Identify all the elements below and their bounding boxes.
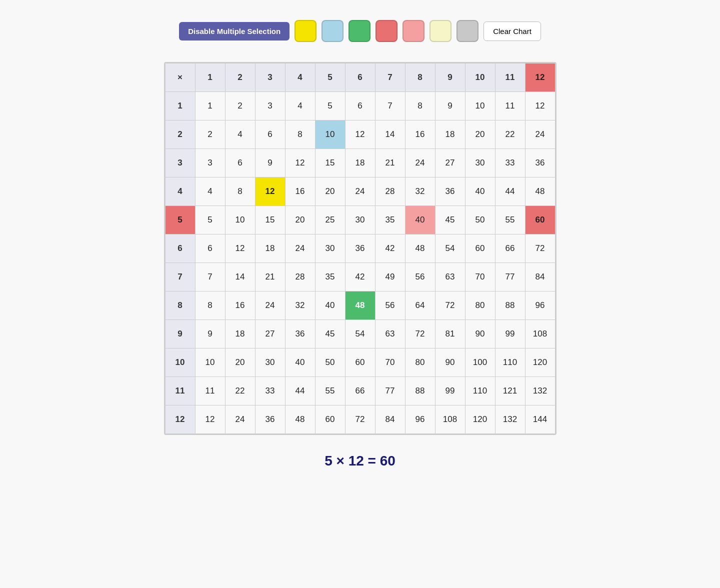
cell-10-10[interactable]: 100 xyxy=(465,348,495,377)
cell-8-3[interactable]: 24 xyxy=(255,292,285,320)
swatch-gray[interactable] xyxy=(456,20,478,42)
cell-9-2[interactable]: 18 xyxy=(225,320,255,348)
swatch-yellow[interactable] xyxy=(294,20,316,42)
cell-10-2[interactable]: 20 xyxy=(225,348,255,377)
cell-3-7[interactable]: 21 xyxy=(375,149,405,178)
cell-3-10[interactable]: 30 xyxy=(465,149,495,178)
cell-7-4[interactable]: 28 xyxy=(285,263,315,292)
header-cell-5[interactable]: 5 xyxy=(315,64,345,92)
disable-multiple-selection-button[interactable]: Disable Multiple Selection xyxy=(179,22,290,40)
cell-9-6[interactable]: 54 xyxy=(345,320,375,348)
cell-9-7[interactable]: 63 xyxy=(375,320,405,348)
cell-6-10[interactable]: 60 xyxy=(465,234,495,263)
cell-4-9[interactable]: 36 xyxy=(435,178,465,206)
cell-2-7[interactable]: 14 xyxy=(375,120,405,149)
cell-5-5[interactable]: 25 xyxy=(315,206,345,234)
cell-9-4[interactable]: 36 xyxy=(285,320,315,348)
row-header-7[interactable]: 7 xyxy=(165,263,195,292)
header-cell-7[interactable]: 7 xyxy=(375,64,405,92)
cell-3-11[interactable]: 33 xyxy=(495,149,525,178)
cell-7-5[interactable]: 35 xyxy=(315,263,345,292)
cell-9-11[interactable]: 99 xyxy=(495,320,525,348)
cell-2-11[interactable]: 22 xyxy=(495,120,525,149)
cell-11-11[interactable]: 121 xyxy=(495,377,525,406)
cell-2-3[interactable]: 6 xyxy=(255,120,285,149)
cell-1-3[interactable]: 3 xyxy=(255,92,285,120)
cell-6-6[interactable]: 36 xyxy=(345,234,375,263)
cell-1-11[interactable]: 11 xyxy=(495,92,525,120)
row-header-4[interactable]: 4 xyxy=(165,178,195,206)
header-cell-3[interactable]: 3 xyxy=(255,64,285,92)
header-cell-1[interactable]: 1 xyxy=(195,64,225,92)
cell-10-8[interactable]: 80 xyxy=(405,348,435,377)
cell-2-4[interactable]: 8 xyxy=(285,120,315,149)
row-header-3[interactable]: 3 xyxy=(165,149,195,178)
cell-8-11[interactable]: 88 xyxy=(495,292,525,320)
cell-3-1[interactable]: 3 xyxy=(195,149,225,178)
cell-12-8[interactable]: 96 xyxy=(405,406,435,434)
cell-7-10[interactable]: 70 xyxy=(465,263,495,292)
cell-1-6[interactable]: 6 xyxy=(345,92,375,120)
cell-11-4[interactable]: 44 xyxy=(285,377,315,406)
cell-12-5[interactable]: 60 xyxy=(315,406,345,434)
cell-12-6[interactable]: 72 xyxy=(345,406,375,434)
clear-chart-button[interactable]: Clear Chart xyxy=(484,22,541,41)
cell-5-12[interactable]: 60 xyxy=(525,206,555,234)
swatch-light-yellow[interactable] xyxy=(430,20,452,42)
cell-7-12[interactable]: 84 xyxy=(525,263,555,292)
cell-4-7[interactable]: 28 xyxy=(375,178,405,206)
cell-6-9[interactable]: 54 xyxy=(435,234,465,263)
row-header-12[interactable]: 12 xyxy=(165,406,195,434)
row-header-6[interactable]: 6 xyxy=(165,234,195,263)
cell-12-4[interactable]: 48 xyxy=(285,406,315,434)
header-cell-4[interactable]: 4 xyxy=(285,64,315,92)
cell-8-4[interactable]: 32 xyxy=(285,292,315,320)
cell-12-2[interactable]: 24 xyxy=(225,406,255,434)
cell-5-6[interactable]: 30 xyxy=(345,206,375,234)
cell-3-8[interactable]: 24 xyxy=(405,149,435,178)
cell-7-8[interactable]: 56 xyxy=(405,263,435,292)
cell-2-1[interactable]: 2 xyxy=(195,120,225,149)
cell-2-10[interactable]: 20 xyxy=(465,120,495,149)
cell-7-9[interactable]: 63 xyxy=(435,263,465,292)
cell-2-9[interactable]: 18 xyxy=(435,120,465,149)
cell-10-9[interactable]: 90 xyxy=(435,348,465,377)
row-header-1[interactable]: 1 xyxy=(165,92,195,120)
cell-12-7[interactable]: 84 xyxy=(375,406,405,434)
cell-4-8[interactable]: 32 xyxy=(405,178,435,206)
row-header-2[interactable]: 2 xyxy=(165,120,195,149)
cell-3-6[interactable]: 18 xyxy=(345,149,375,178)
cell-8-2[interactable]: 16 xyxy=(225,292,255,320)
cell-9-12[interactable]: 108 xyxy=(525,320,555,348)
cell-12-1[interactable]: 12 xyxy=(195,406,225,434)
cell-11-8[interactable]: 88 xyxy=(405,377,435,406)
cell-4-3[interactable]: 12 xyxy=(255,178,285,206)
cell-12-12[interactable]: 144 xyxy=(525,406,555,434)
row-header-10[interactable]: 10 xyxy=(165,348,195,377)
cell-6-3[interactable]: 18 xyxy=(255,234,285,263)
cell-5-11[interactable]: 55 xyxy=(495,206,525,234)
cell-1-7[interactable]: 7 xyxy=(375,92,405,120)
cell-9-5[interactable]: 45 xyxy=(315,320,345,348)
cell-11-10[interactable]: 110 xyxy=(465,377,495,406)
cell-9-1[interactable]: 9 xyxy=(195,320,225,348)
cell-6-5[interactable]: 30 xyxy=(315,234,345,263)
cell-1-12[interactable]: 12 xyxy=(525,92,555,120)
cell-2-6[interactable]: 12 xyxy=(345,120,375,149)
cell-10-1[interactable]: 10 xyxy=(195,348,225,377)
cell-1-4[interactable]: 4 xyxy=(285,92,315,120)
cell-9-10[interactable]: 90 xyxy=(465,320,495,348)
cell-10-5[interactable]: 50 xyxy=(315,348,345,377)
cell-4-12[interactable]: 48 xyxy=(525,178,555,206)
cell-12-10[interactable]: 120 xyxy=(465,406,495,434)
cell-8-7[interactable]: 56 xyxy=(375,292,405,320)
swatch-pink[interactable] xyxy=(402,20,424,42)
cell-9-8[interactable]: 72 xyxy=(405,320,435,348)
header-cell-12[interactable]: 12 xyxy=(525,64,555,92)
cell-11-1[interactable]: 11 xyxy=(195,377,225,406)
cell-3-9[interactable]: 27 xyxy=(435,149,465,178)
cell-6-12[interactable]: 72 xyxy=(525,234,555,263)
cell-4-1[interactable]: 4 xyxy=(195,178,225,206)
cell-3-3[interactable]: 9 xyxy=(255,149,285,178)
cell-3-5[interactable]: 15 xyxy=(315,149,345,178)
